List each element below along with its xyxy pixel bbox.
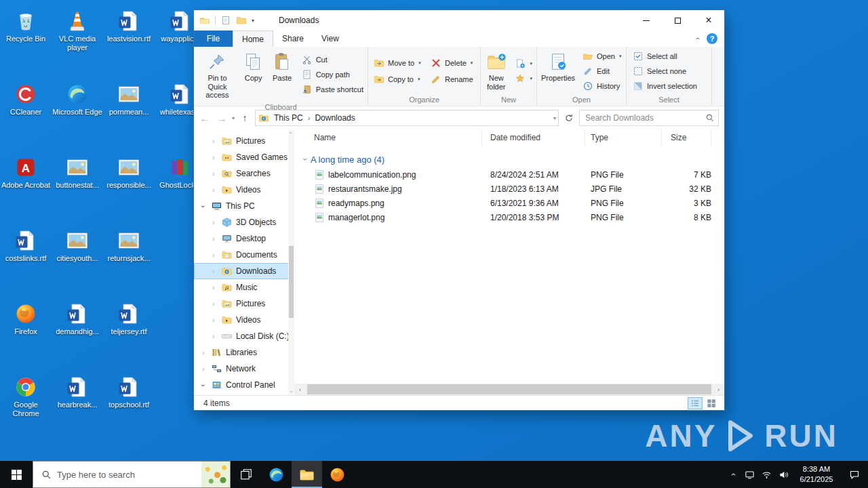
back-button[interactable]: ← (198, 113, 212, 124)
nav-item[interactable]: 3D Objects (194, 214, 294, 230)
column-header-size[interactable]: Size (662, 129, 711, 146)
thumbnails-view-button[interactable] (704, 397, 719, 409)
tray-display-button[interactable] (741, 461, 758, 488)
chevron-icon[interactable] (212, 186, 221, 194)
maximize-button[interactable] (662, 10, 693, 30)
open-button[interactable]: Open▾ (580, 49, 624, 63)
ribbon-collapse-chevron-icon[interactable]: › (693, 37, 701, 40)
chevron-icon[interactable] (212, 235, 221, 243)
invert-selection-button[interactable]: Invert selection (630, 79, 700, 93)
file-row[interactable]: managerlot.png 1/20/2018 3:53 PM PNG Fil… (294, 210, 724, 224)
tab-share[interactable]: Share (273, 30, 313, 47)
nav-item[interactable]: Control Panel (194, 377, 294, 393)
tab-file[interactable]: File (194, 30, 233, 47)
qat-folder-icon[interactable] (236, 15, 247, 26)
address-dropdown-chevron-icon[interactable]: ▾ (553, 115, 556, 121)
properties-button[interactable]: Properties (538, 49, 578, 94)
desktop-icon[interactable]: pornmean... (103, 77, 155, 150)
chevron-icon[interactable] (212, 268, 221, 275)
breadcrumb-downloads[interactable]: Downloads (313, 113, 356, 123)
paste-shortcut-button[interactable]: Paste shortcut (299, 83, 366, 96)
address-box[interactable]: This PC › Downloads ▾ (255, 110, 559, 126)
nav-item[interactable]: Libraries (194, 344, 294, 361)
copy-to-button[interactable]: Copy to▾ (371, 73, 425, 86)
group-header[interactable]: › A long time ago (4) (294, 151, 724, 167)
chevron-icon[interactable] (212, 317, 221, 324)
nav-item[interactable]: Videos (194, 312, 294, 328)
edit-button[interactable]: Edit (580, 64, 624, 78)
titlebar[interactable]: ▾ Downloads × (194, 10, 724, 30)
nav-item[interactable]: Downloads (194, 263, 294, 279)
chevron-icon[interactable] (202, 382, 211, 389)
action-center-button[interactable] (841, 461, 868, 488)
copy-path-button[interactable]: Copy path (299, 68, 366, 81)
column-header-date-modified[interactable]: Date modified (482, 129, 585, 146)
search-input[interactable] (585, 113, 705, 123)
nav-item[interactable]: Saved Games (194, 149, 294, 165)
chevron-icon[interactable] (202, 203, 211, 210)
tab-view[interactable]: View (313, 30, 348, 47)
nav-item[interactable]: Music (194, 279, 294, 296)
chevron-icon[interactable] (212, 251, 221, 259)
nav-scrollbar-thumb[interactable] (289, 246, 294, 318)
desktop-icon[interactable]: citiesyouth... (52, 224, 103, 297)
pin-to-quick-access-button[interactable]: Pin to Quick access (195, 49, 239, 101)
nav-item[interactable]: Searches (194, 165, 294, 182)
chevron-icon[interactable] (212, 300, 221, 308)
show-hidden-icons-button[interactable]: › (724, 461, 741, 488)
taskbar-search-input[interactable] (57, 470, 186, 480)
desktop-icon[interactable]: responsible... (103, 150, 155, 224)
nav-item[interactable]: Videos (194, 182, 294, 198)
desktop-icon[interactable]: teljersey.rtf (103, 297, 155, 370)
scroll-right-icon[interactable]: › (713, 386, 724, 393)
nav-item[interactable]: This PC (194, 198, 294, 214)
paste-button[interactable]: Paste (267, 49, 296, 101)
horizontal-scrollbar-thumb[interactable] (307, 384, 711, 394)
desktop-icon[interactable]: demandhig... (52, 297, 103, 370)
breadcrumb-this-pc[interactable]: This PC (273, 113, 304, 123)
tab-home[interactable]: Home (233, 30, 273, 47)
nav-item[interactable]: Pictures (194, 296, 294, 312)
details-view-button[interactable] (688, 397, 703, 409)
desktop-icon[interactable]: buttonestat... (52, 150, 103, 224)
group-collapse-chevron-icon[interactable]: › (300, 158, 310, 161)
refresh-button[interactable] (562, 111, 576, 125)
chevron-icon[interactable] (212, 284, 221, 291)
scroll-up-icon[interactable]: › (288, 129, 294, 136)
chevron-icon[interactable] (212, 333, 221, 340)
chevron-icon[interactable] (212, 219, 221, 226)
search-box[interactable] (579, 110, 719, 126)
desktop-icon[interactable]: Microsoft Edge (52, 77, 103, 150)
select-all-button[interactable]: Select all (630, 49, 700, 63)
desktop-icon[interactable]: topschool.rtf (103, 370, 155, 443)
column-header-type[interactable]: Type (585, 129, 662, 146)
desktop-icon[interactable]: CCleaner (0, 77, 52, 150)
help-button[interactable]: ? (707, 33, 717, 44)
chevron-icon[interactable] (202, 349, 211, 357)
horizontal-scrollbar[interactable]: ‹ › (294, 384, 724, 395)
chevron-icon[interactable] (212, 138, 221, 145)
close-button[interactable]: × (693, 10, 724, 30)
taskbar-edge-button[interactable] (261, 461, 292, 488)
history-button[interactable]: History (580, 79, 624, 93)
delete-button[interactable]: Delete▾ (428, 56, 477, 70)
new-item-button[interactable]: ▾ (512, 57, 535, 70)
copy-button[interactable]: Copy (239, 49, 267, 101)
taskbar-clock[interactable]: 8:38 AM 6/21/2025 (792, 461, 841, 488)
tray-volume-button[interactable] (775, 461, 792, 488)
recent-locations-chevron-icon[interactable]: ▾ (232, 115, 235, 121)
desktop-icon[interactable]: leastvision.rtf (103, 4, 155, 77)
task-view-button[interactable] (231, 461, 261, 488)
search-highlight-image[interactable] (201, 462, 230, 487)
forward-button[interactable]: → (215, 113, 229, 124)
taskbar-explorer-button[interactable] (292, 461, 322, 488)
search-icon[interactable] (705, 113, 715, 123)
nav-item[interactable]: Local Disk (C:) (194, 328, 294, 344)
desktop-icon[interactable]: Recycle Bin (0, 4, 52, 77)
cut-button[interactable]: Cut (299, 53, 366, 66)
up-button[interactable]: ↑ (238, 113, 252, 123)
chevron-icon[interactable] (202, 365, 211, 373)
desktop-icon[interactable]: A Adobe Acrobat (0, 150, 52, 224)
desktop-icon[interactable]: Firefox (0, 297, 52, 370)
rename-button[interactable]: Rename (428, 73, 477, 86)
